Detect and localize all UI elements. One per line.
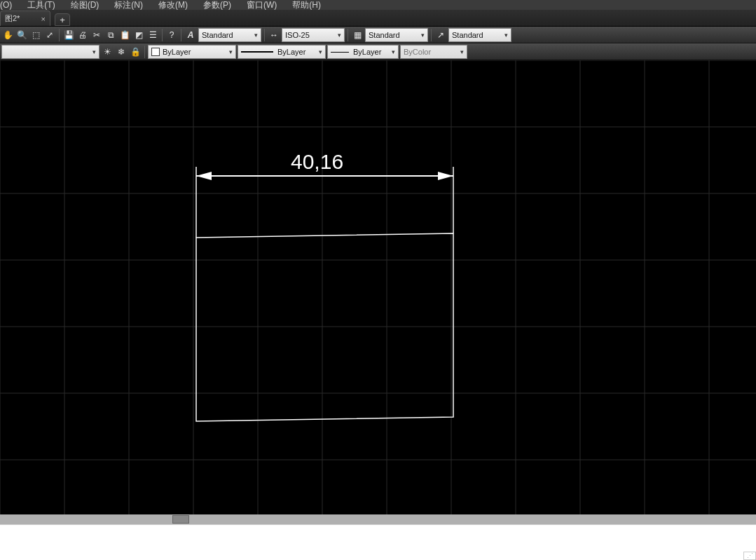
grid — [0, 60, 756, 514]
multileader-style-value: Standard — [452, 31, 483, 39]
dimension-style-icon[interactable]: ↔ — [268, 29, 280, 41]
toolbar-primary: ✋ 🔍 ⬚ ⤢ 💾 🖨 ✂ ⧉ 📋 ◩ ☰ ? A Standard ▾ ↔ I… — [0, 27, 756, 43]
chevron-down-icon: ▾ — [460, 48, 464, 55]
layer-lock-icon[interactable]: 🔒 — [129, 46, 142, 58]
multileader-style-icon[interactable]: ↗ — [434, 29, 447, 41]
text-style-dropdown[interactable]: Standard ▾ — [198, 28, 261, 42]
paste-icon[interactable]: 📋 — [118, 29, 131, 41]
menu-item-modify[interactable]: 修改(M) — [158, 0, 188, 10]
horizontal-scrollbar[interactable] — [0, 514, 756, 524]
lineweight-dropdown[interactable]: ByLayer ▾ — [327, 45, 399, 59]
chevron-down-icon: ▾ — [392, 48, 395, 55]
toolbar-separator — [264, 29, 265, 41]
dimension-arrow-left-icon — [196, 172, 212, 180]
linetype-value: ByLayer — [277, 48, 305, 56]
menu-item-dimension[interactable]: 标注(N) — [114, 0, 143, 10]
print-icon[interactable]: 🖨 — [76, 29, 89, 41]
layer-freeze-icon[interactable]: ❄ — [115, 46, 128, 58]
copy-icon[interactable]: ⧉ — [104, 29, 117, 41]
help-icon[interactable]: ? — [165, 29, 178, 41]
color-dropdown[interactable]: ByLayer ▾ — [148, 45, 236, 59]
toolbar-separator — [431, 29, 432, 41]
document-tab-bar: 图2* × + — [0, 10, 756, 27]
layer-dropdown[interactable]: ▾ — [1, 45, 99, 59]
plot-style-value: ByColor — [404, 48, 431, 56]
zoom-icon[interactable]: 🔍 — [15, 29, 28, 41]
toolbar-separator — [348, 29, 348, 41]
close-tab-icon[interactable]: × — [41, 15, 46, 23]
dimension-text: 40,16 — [291, 150, 343, 174]
drawing-area[interactable]: 40,16 — [0, 60, 756, 514]
chevron-down-icon: ▾ — [504, 32, 508, 39]
table-style-value: Standard — [369, 31, 400, 39]
multileader-style-dropdown[interactable]: Standard ▾ — [448, 28, 511, 42]
new-tab-button[interactable]: + — [55, 13, 70, 26]
pan-icon[interactable]: ✋ — [1, 29, 14, 41]
document-tab-active[interactable]: 图2* × — [0, 11, 50, 26]
menu-item-tools[interactable]: 工具(T) — [27, 0, 55, 10]
chevron-down-icon: ▾ — [319, 48, 322, 55]
table-style-icon[interactable]: ▦ — [351, 29, 364, 41]
bottom-panel: ⋰ — [0, 524, 756, 560]
drawing-canvas — [0, 60, 756, 514]
dimension-style-dropdown[interactable]: ISO-25 ▾ — [282, 28, 345, 42]
linetype-preview-icon — [241, 51, 273, 53]
menu-item-draw[interactable]: 绘图(D) — [71, 0, 99, 10]
chevron-down-icon: ▾ — [229, 48, 233, 55]
menu-item-window[interactable]: 窗口(W) — [247, 0, 277, 10]
toolbar-separator — [144, 46, 145, 58]
zoom-window-icon[interactable]: ⬚ — [29, 29, 42, 41]
toolbar-separator — [59, 29, 60, 41]
chevron-down-icon: ▾ — [92, 48, 96, 55]
chevron-down-icon: ▾ — [421, 32, 425, 39]
plot-style-dropdown[interactable]: ByColor ▾ — [400, 45, 467, 59]
text-style-icon[interactable]: A — [184, 29, 197, 41]
menu-item-params[interactable]: 参数(P) — [203, 0, 231, 10]
linetype-dropdown[interactable]: ByLayer ▾ — [238, 45, 326, 59]
layer-state-icon[interactable]: ☀ — [101, 46, 114, 58]
chevron-down-icon: ▾ — [254, 32, 258, 39]
zoom-extent-icon[interactable]: ⤢ — [43, 29, 56, 41]
color-swatch-icon — [151, 48, 160, 56]
menu-bar: (O) 工具(T) 绘图(D) 标注(N) 修改(M) 参数(P) 窗口(W) … — [0, 0, 756, 10]
lineweight-value: ByLayer — [353, 48, 381, 56]
menu-item-o[interactable]: (O) — [0, 0, 12, 10]
table-style-dropdown[interactable]: Standard ▾ — [365, 28, 428, 42]
toolbar-separator — [181, 29, 181, 41]
dimension-style-value: ISO-25 — [285, 31, 310, 39]
lineweight-preview-icon — [331, 52, 349, 53]
text-style-value: Standard — [202, 31, 233, 39]
color-value: ByLayer — [163, 48, 191, 56]
scrollbar-thumb[interactable] — [172, 515, 189, 524]
menu-item-help[interactable]: 帮助(H) — [292, 0, 321, 10]
properties-icon[interactable]: ☰ — [146, 29, 159, 41]
cut-icon[interactable]: ✂ — [90, 29, 103, 41]
chevron-down-icon: ▾ — [338, 32, 341, 39]
resize-grip-icon[interactable]: ⋰ — [743, 552, 756, 560]
save-icon[interactable]: 💾 — [62, 29, 75, 41]
match-icon[interactable]: ◩ — [132, 29, 145, 41]
document-tab-label: 图2* — [5, 13, 20, 24]
toolbar-separator — [162, 29, 163, 41]
toolbar-properties: ▾ ☀ ❄ 🔒 ByLayer ▾ ByLayer ▾ ByLayer ▾ By… — [0, 43, 756, 60]
